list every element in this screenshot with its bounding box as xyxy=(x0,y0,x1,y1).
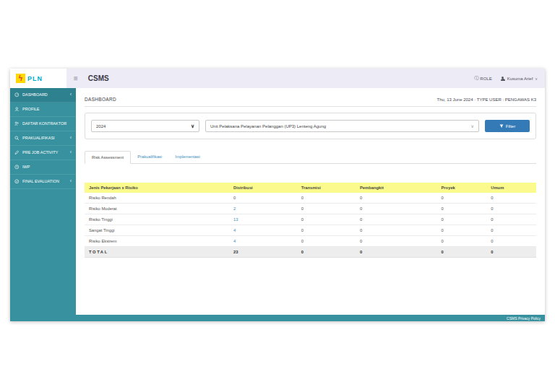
clock-icon xyxy=(14,165,20,170)
search-icon xyxy=(14,136,20,141)
row-label: Risiko Rendah xyxy=(85,193,229,204)
table-header-row: Jenis Pekerjaan x Risiko Distribusi Tran… xyxy=(85,183,536,193)
total-umum: 0 xyxy=(486,247,536,258)
profile-icon xyxy=(14,107,20,112)
header-right: ⓘ ROLE Kusuma Arief ∨ xyxy=(474,75,538,82)
brand-area[interactable]: ϟ PLN xyxy=(10,69,66,88)
chevron-left-icon: ‹ xyxy=(70,93,72,96)
total-pembangkit: 0 xyxy=(356,247,437,258)
cell-distribusi-link[interactable]: 13 xyxy=(229,214,297,225)
tab-prakualifikasi[interactable]: Prakualifikasi xyxy=(131,151,168,163)
cell-transmisi: 0 xyxy=(297,193,356,204)
page-header: DASHBOARD Thu, 13 June 2024 · TYPE USER … xyxy=(85,97,536,107)
cell-umum: 0 xyxy=(486,214,536,225)
tab-risk-assessment[interactable]: Risk Assessment xyxy=(85,151,131,164)
user-icon xyxy=(501,77,505,81)
sidebar-item-dashboard[interactable]: DASHBOARD ‹ xyxy=(10,88,76,103)
topbar: ≡ CSMS ⓘ ROLE Kusuma Arief ∨ xyxy=(66,69,545,88)
pln-logo-icon: ϟ xyxy=(16,74,25,83)
sidebar-item-label: PRE JOB ACTIVITY xyxy=(22,150,67,155)
sidebar-item-label: PROFILE xyxy=(22,107,72,112)
user-name: Kusuma Arief xyxy=(507,77,533,81)
table-row: Risiko Ekstrem 4 0 0 0 0 xyxy=(85,236,536,247)
sidebar-item-prakualifikasi[interactable]: PRAKUALIFIKASI ‹ xyxy=(10,131,76,146)
cell-pembangkit: 0 xyxy=(356,236,437,247)
row-label: Sangat Tinggi xyxy=(85,225,229,236)
unit-select[interactable]: Unit Pelaksana Pelayanan Pelanggan (UP3)… xyxy=(205,120,479,132)
filter-card: 2024 ∨ Unit Pelaksana Pelayanan Pelangga… xyxy=(85,113,536,139)
dashboard-icon xyxy=(14,92,20,97)
top-header: ϟ PLN ≡ CSMS ⓘ ROLE Kusuma Arief ∨ xyxy=(10,69,545,88)
column-header: Distribusi xyxy=(229,183,297,193)
table-row: Risiko Tinggi 13 0 0 0 0 xyxy=(85,214,536,225)
unit-select-value: Unit Pelaksana Pelayanan Pelanggan (UP3)… xyxy=(210,124,326,129)
cell-umum: 0 xyxy=(486,204,536,214)
table-row: Risiko Rendah 0 0 0 0 0 xyxy=(85,193,536,204)
funnel-icon xyxy=(499,124,504,129)
tab-implementasi[interactable]: Implementasi xyxy=(168,151,206,163)
risk-table: Jenis Pekerjaan x Risiko Distribusi Tran… xyxy=(85,183,536,258)
row-label: Risiko Ekstrem xyxy=(85,236,229,247)
row-label: Risiko Tinggi xyxy=(85,214,229,225)
cell-transmisi: 0 xyxy=(297,204,356,214)
check-circle-icon xyxy=(14,179,20,184)
chevron-left-icon: ‹ xyxy=(70,180,72,183)
cell-proyek: 0 xyxy=(437,236,487,247)
cell-distribusi: 0 xyxy=(229,193,297,204)
total-proyek: 0 xyxy=(437,247,487,258)
filter-button-label: Filter xyxy=(506,124,515,129)
hamburger-icon[interactable]: ≡ xyxy=(74,74,78,82)
cell-distribusi-link[interactable]: 4 xyxy=(229,225,297,236)
user-menu[interactable]: Kusuma Arief ∨ xyxy=(501,77,538,81)
cell-pembangkit: 0 xyxy=(356,225,437,236)
year-select-value: 2024 xyxy=(96,124,106,129)
sidebar-item-daftar-kontraktor[interactable]: DAFTAR KONTRAKTOR xyxy=(10,117,76,131)
column-header: Jenis Pekerjaan x Risiko xyxy=(85,183,229,193)
sidebar-item-label: PRAKUALIFIKASI xyxy=(22,136,67,141)
cell-distribusi-link[interactable]: 4 xyxy=(229,236,297,247)
role-badge-icon: ⓘ xyxy=(474,75,478,82)
cell-proyek: 0 xyxy=(437,204,487,214)
sidebar-item-label: DASHBOARD xyxy=(22,92,67,97)
chevron-down-icon: ∨ xyxy=(471,123,474,129)
cell-pembangkit: 0 xyxy=(356,193,437,204)
filter-button[interactable]: Filter xyxy=(485,120,530,132)
page-title: DASHBOARD xyxy=(85,97,116,102)
cell-umum: 0 xyxy=(486,236,536,247)
total-distribusi: 23 xyxy=(229,247,297,258)
chevron-left-icon: ‹ xyxy=(70,136,72,139)
sidebar: DASHBOARD ‹ PROFILE DAFTAR KONTRAKTOR P xyxy=(10,88,76,315)
sidebar-item-label: FINAL EVALUATION xyxy=(22,179,67,184)
cell-pembangkit: 0 xyxy=(356,214,437,225)
cell-distribusi-link[interactable]: 2 xyxy=(229,204,297,214)
cell-pembangkit: 0 xyxy=(356,204,437,214)
app-body: DASHBOARD ‹ PROFILE DAFTAR KONTRAKTOR P xyxy=(10,88,545,315)
column-header: Umum xyxy=(486,183,536,193)
sidebar-item-label: DAFTAR KONTRAKTOR xyxy=(22,121,72,126)
column-header: Pembangkit xyxy=(356,183,437,193)
sidebar-item-final-evaluation[interactable]: FINAL EVALUATION ‹ xyxy=(10,175,76,189)
column-header: Transmisi xyxy=(297,183,356,193)
role-label: ROLE xyxy=(480,77,491,81)
main-content: DASHBOARD Thu, 13 June 2024 · TYPE USER … xyxy=(76,88,545,315)
cell-proyek: 0 xyxy=(437,225,487,236)
chevron-left-icon: ‹ xyxy=(70,151,72,154)
tab-bar: Risk Assessment Prakualifikasi Implement… xyxy=(85,151,536,164)
table-total-row: TOTAL 23 0 0 0 0 xyxy=(85,247,536,258)
sidebar-item-label: IWP xyxy=(22,165,72,170)
sidebar-item-profile[interactable]: PROFILE xyxy=(10,103,76,117)
app-title: CSMS xyxy=(88,74,109,82)
sidebar-item-iwp[interactable]: IWP xyxy=(10,160,76,175)
pencil-icon xyxy=(14,150,20,155)
date-type-user: Thu, 13 June 2024 · TYPE USER : PENGAWAS… xyxy=(436,97,536,102)
cell-proyek: 0 xyxy=(437,214,487,225)
role-button[interactable]: ⓘ ROLE xyxy=(474,75,491,82)
year-select[interactable]: 2024 ∨ xyxy=(91,120,199,132)
chevron-down-icon: ∨ xyxy=(191,123,194,129)
chevron-down-icon: ∨ xyxy=(535,77,538,81)
cell-transmisi: 0 xyxy=(297,225,356,236)
brand-name: PLN xyxy=(27,75,43,82)
sidebar-item-pre-job-activity[interactable]: PRE JOB ACTIVITY ‹ xyxy=(10,146,76,160)
cell-umum: 0 xyxy=(486,193,536,204)
privacy-policy-link[interactable]: CSMS Privacy Policy xyxy=(507,316,541,321)
